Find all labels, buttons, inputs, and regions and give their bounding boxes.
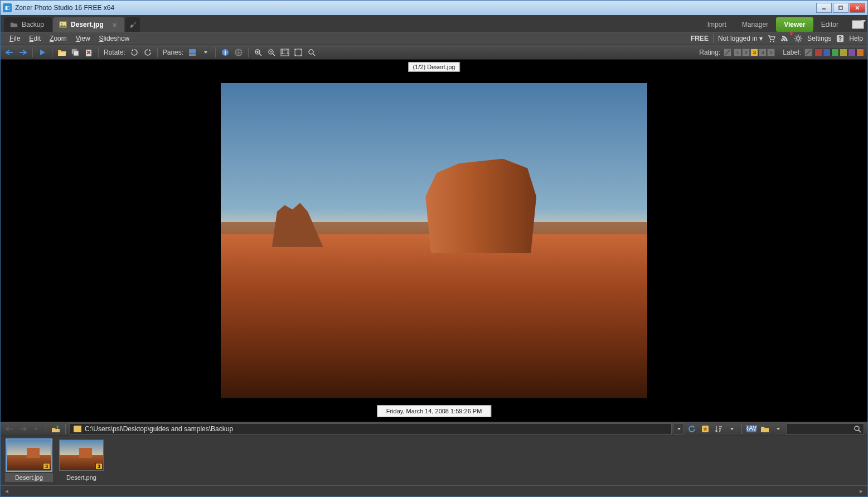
tab-new[interactable] [125,17,140,32]
menu-file[interactable]: File [5,33,25,44]
svg-point-8 [797,37,800,40]
info-button[interactable]: i [220,47,231,58]
menubar-right: FREE Not logged in ▾ 2 Settings ? Help [691,34,863,43]
favorites-button[interactable] [700,423,711,435]
settings-link[interactable]: Settings [807,35,831,42]
scroll-left-icon[interactable]: ◄ [4,488,9,494]
maximize-button[interactable] [833,3,848,13]
mode-editor[interactable]: Editor [813,17,846,32]
scroll-right-icon[interactable]: ► [859,488,864,494]
window-controls [816,3,865,13]
prev-button[interactable] [4,47,15,58]
tab-close-icon[interactable]: × [113,21,117,29]
label-swatch-0[interactable] [814,49,822,56]
label-swatch-2[interactable] [831,49,839,56]
copy-button[interactable] [70,47,81,58]
pane-dropdown-button[interactable] [200,47,211,58]
label-clear[interactable] [804,49,812,56]
svg-rect-14 [189,49,196,54]
image-viewer[interactable]: (1/2) Desert.jpg Friday, March 14, 2008 … [1,60,867,422]
menu-slideshow[interactable]: Slideshow [95,33,134,44]
tab-label: Desert.jpg [71,21,104,28]
gear-icon[interactable] [794,34,803,43]
rotate-right-button[interactable] [142,47,153,58]
status-bar: ◄ ► [1,485,867,496]
tab-backup[interactable]: Backup [4,17,52,32]
thumb-filename: Desert.png [57,473,105,482]
titlebar: ◧ Zoner Photo Studio 16 FREE x64 [1,1,867,15]
zoom-out-button[interactable] [266,47,277,58]
tab-label: Backup [22,21,44,28]
help-link[interactable]: Help [849,35,863,42]
svg-rect-12 [74,51,79,56]
refresh-button[interactable] [686,423,697,435]
zoom-fit-button[interactable] [293,47,304,58]
rating-3[interactable]: 3 [750,49,758,56]
search-field[interactable] [786,423,864,435]
mode-switcher: Import Manager Viewer Editor [700,17,864,32]
thumbnail[interactable]: 3Desert.jpg [5,440,53,482]
label-swatch-1[interactable] [823,49,831,56]
rating-boxes: 12345 [734,49,775,56]
sort-dropdown[interactable] [726,423,738,435]
svg-point-28 [855,426,859,431]
path-back-button[interactable] [4,423,15,435]
tab-desert[interactable]: Desert.jpg × [53,17,124,32]
filter-raw-button[interactable]: RAW [746,423,757,435]
sort-button[interactable] [713,423,724,435]
pane-filmstrip-button[interactable] [187,47,198,58]
path-fwd-button[interactable] [17,423,28,435]
rating-4[interactable]: 4 [759,49,767,56]
folder-icon [74,426,81,432]
help-icon[interactable]: ? [836,34,845,43]
close-button[interactable] [850,3,865,13]
path-history-button[interactable] [31,423,42,435]
mail-icon[interactable] [852,20,864,29]
play-button[interactable] [37,47,48,58]
menu-zoom[interactable]: Zoom [45,33,71,44]
globe-button[interactable] [233,47,244,58]
rss-icon[interactable]: 2 [780,34,789,43]
filter-dropdown[interactable] [773,423,784,435]
rating-clear[interactable] [724,49,731,56]
open-button[interactable] [56,47,67,58]
cart-icon[interactable] [767,34,776,43]
login-status[interactable]: Not logged in ▾ [718,35,763,42]
thumbnail[interactable]: 3Desert.png [57,440,105,482]
thumb-rating: 3 [95,463,103,470]
minimize-button[interactable] [816,3,832,13]
rating-1[interactable]: 1 [734,49,741,56]
rating-5[interactable]: 5 [767,49,775,56]
path-bar: C:\Users\psi\Desktop\guides and samples\… [1,422,867,436]
label-swatch-3[interactable] [840,49,847,56]
thumb-image: 3 [59,440,104,471]
mode-manager[interactable]: Manager [734,17,776,32]
rating-2[interactable]: 2 [742,49,750,56]
path-up-button[interactable] [50,423,61,435]
thumb-filename: Desert.jpg [5,473,53,482]
path-field[interactable]: C:\Users\psi\Desktop\guides and samples\… [70,423,672,435]
menu-view[interactable]: View [71,33,95,44]
menu-edit[interactable]: Edit [25,33,45,44]
image-timestamp: Friday, March 14, 2008 1:59:26 PM [377,405,492,417]
tab-bar: Backup Desert.jpg × Import Manager Viewe… [1,15,867,32]
mode-import[interactable]: Import [700,17,734,32]
folder-icon [9,20,18,29]
path-dropdown[interactable] [674,423,684,435]
filter-folder-button[interactable] [759,423,770,435]
path-text: C:\Users\psi\Desktop\guides and samples\… [85,425,233,433]
mode-viewer[interactable]: Viewer [776,17,813,32]
app-icon: ◧ [3,3,12,12]
rotate-left-button[interactable] [129,47,140,58]
zoom-in-button[interactable] [253,47,264,58]
svg-text:RAW: RAW [746,425,757,432]
filmstrip: 3Desert.jpg3Desert.png [1,436,867,485]
next-button[interactable] [17,47,28,58]
delete-button[interactable] [83,47,94,58]
zoom-11-button[interactable]: 1:1 [279,47,290,58]
zoom-lock-button[interactable] [306,47,317,58]
thumb-rating: 3 [43,463,50,470]
menu-bar: File Edit Zoom View Slideshow FREE Not l… [1,32,867,45]
label-swatch-5[interactable] [856,49,864,56]
label-swatch-4[interactable] [848,49,856,56]
